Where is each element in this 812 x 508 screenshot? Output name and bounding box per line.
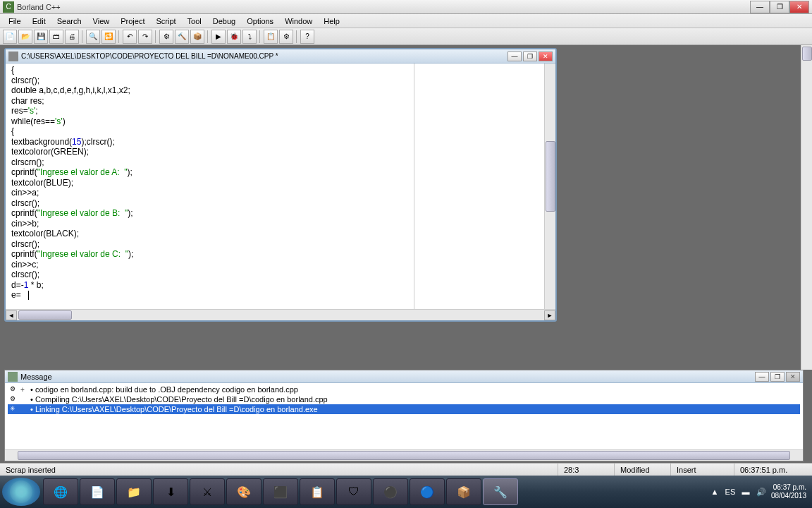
code-line[interactable]: cin>>a; — [11, 188, 408, 198]
taskbar-item[interactable]: 🎨 — [226, 478, 262, 505]
message-body[interactable]: ⚙+• codigo en borland.cpp: build due to … — [5, 383, 803, 449]
scroll-right-arrow[interactable]: ► — [544, 310, 555, 320]
compile-button[interactable]: ⚙ — [159, 30, 173, 44]
tray-network-icon[interactable]: ▬ — [740, 486, 751, 497]
code-line[interactable]: clrscr(); — [11, 75, 408, 86]
print-button[interactable]: 🖨 — [65, 30, 79, 44]
menu-debug[interactable]: Debug — [207, 16, 241, 27]
open-button[interactable]: 📂 — [18, 30, 32, 44]
code-line[interactable]: d=-1 * b; — [11, 280, 408, 291]
message-horizontal-scrollbar[interactable] — [5, 449, 803, 461]
code-line[interactable]: cprintf("Ingrese el valor de C: "); — [11, 249, 408, 260]
project-button[interactable]: 📋 — [264, 30, 278, 44]
menu-help[interactable]: Help — [318, 16, 345, 27]
editor-horizontal-scrollbar[interactable]: ◄ ► — [6, 309, 555, 320]
taskbar-item[interactable]: ⚔ — [190, 478, 225, 505]
message-titlebar[interactable]: Message — ❐ ✕ — [5, 370, 803, 383]
help-button[interactable]: ? — [300, 30, 314, 44]
message-maximize-button[interactable]: ❐ — [770, 372, 785, 382]
code-line[interactable]: { — [11, 65, 408, 75]
menu-script[interactable]: Script — [150, 16, 181, 27]
scrollbar-thumb[interactable] — [546, 141, 555, 212]
taskbar-item[interactable]: 📦 — [446, 478, 481, 505]
code-line[interactable]: clrscr(); — [11, 198, 408, 209]
tray-lang[interactable]: ES — [725, 486, 736, 497]
expand-icon[interactable]: + — [20, 386, 27, 394]
saveall-button[interactable]: 🗃 — [49, 30, 63, 44]
code-line[interactable]: char res; — [11, 96, 408, 107]
replace-button[interactable]: 🔁 — [102, 30, 116, 44]
taskbar-item[interactable]: 🔵 — [410, 478, 445, 505]
editor-minimize-button[interactable]: — — [508, 52, 522, 61]
menu-view[interactable]: View — [87, 16, 116, 27]
tray-flag-icon[interactable]: ▲ — [709, 486, 720, 497]
debug-button[interactable]: 🐞 — [227, 30, 241, 44]
run-button[interactable]: ▶ — [211, 30, 226, 44]
scrollbar-thumb[interactable] — [802, 47, 812, 61]
menu-options[interactable]: Options — [241, 16, 279, 27]
tray-clock[interactable]: 06:37 p.m. 08/04/2013 — [771, 483, 806, 500]
message-line[interactable]: ⚙+• codigo en borland.cpp: build due to … — [8, 385, 800, 394]
menu-edit[interactable]: Edit — [27, 16, 51, 27]
menu-window[interactable]: Window — [279, 16, 318, 27]
taskbar-item[interactable]: 🛡 — [336, 478, 371, 505]
code-line[interactable]: cprintf("Ingrese el valor de B: "); — [11, 208, 408, 219]
code-line[interactable]: textcolor(BLUE); — [11, 178, 408, 188]
menu-project[interactable]: Project — [115, 16, 150, 27]
code-line[interactable]: clrscr(); — [11, 270, 408, 280]
close-button[interactable]: ✕ — [789, 1, 809, 13]
taskbar-item[interactable]: 📁 — [116, 478, 152, 505]
options-button[interactable]: ⚙ — [279, 30, 293, 44]
scrollbar-thumb[interactable] — [18, 451, 790, 460]
menu-file[interactable]: File — [3, 16, 27, 27]
taskbar-item[interactable]: 📋 — [300, 478, 335, 505]
taskbar-item[interactable]: 🌐 — [43, 478, 78, 505]
taskbar-item[interactable]: ⚫ — [373, 478, 408, 505]
code-line[interactable]: textcoloror(GREEN); — [11, 147, 408, 157]
step-button[interactable]: ⤵ — [242, 30, 257, 44]
system-tray[interactable]: ▲ ES ▬ 🔊 06:37 p.m. 08/04/2013 — [703, 483, 812, 500]
message-close-button[interactable]: ✕ — [786, 372, 800, 382]
redo-button[interactable]: ↷ — [138, 30, 152, 44]
undo-button[interactable]: ↶ — [123, 30, 137, 44]
code-line[interactable]: cin>>c; — [11, 260, 408, 270]
menu-search[interactable]: Search — [51, 16, 87, 27]
scroll-left-arrow[interactable]: ◄ — [6, 310, 17, 320]
code-line[interactable]: textcolor(BLACK); — [11, 229, 408, 239]
code-area[interactable]: {clrscr();double a,b,c,d,e,f,g,h,i,k,l,x… — [6, 64, 414, 309]
workspace-vertical-scrollbar[interactable] — [801, 45, 812, 370]
build-button[interactable]: 🔨 — [175, 30, 189, 44]
code-line[interactable]: cprintf("Ingrese el valor de A: "); — [11, 167, 408, 178]
minimize-button[interactable]: — — [750, 1, 770, 13]
taskbar-item[interactable]: ⬇ — [153, 478, 188, 505]
maximize-button[interactable]: ❐ — [770, 1, 789, 13]
editor-maximize-button[interactable]: ❐ — [523, 52, 537, 61]
find-button[interactable]: 🔍 — [86, 30, 100, 44]
message-minimize-button[interactable]: — — [755, 372, 769, 382]
code-line[interactable]: res='s'; — [11, 106, 408, 116]
message-line[interactable]: ⚙ • Compiling C:\Users\AXEL\Desktop\CODE… — [8, 394, 800, 404]
code-line[interactable]: clrscr(); — [11, 239, 408, 250]
toolbar-separator — [296, 30, 297, 43]
editor-vertical-scrollbar[interactable] — [544, 64, 555, 309]
code-line[interactable]: clrscrn(); — [11, 157, 408, 168]
code-line[interactable]: { — [11, 126, 408, 137]
code-line[interactable]: textbackground(15);clrscr(); — [11, 137, 408, 147]
message-line[interactable]: ✳ • Linking C:\Users\AXEL\Desktop\CODE\P… — [8, 404, 800, 414]
editor-close-button[interactable]: ✕ — [539, 52, 553, 61]
taskbar-item[interactable]: ⬛ — [263, 478, 298, 505]
save-button[interactable]: 💾 — [34, 30, 48, 44]
editor-titlebar[interactable]: C:\USERS\AXEL\DESKTOP\CODE\PROYECTO DEL … — [6, 49, 555, 64]
tray-volume-icon[interactable]: 🔊 — [756, 486, 767, 497]
scrollbar-thumb[interactable] — [18, 310, 72, 320]
taskbar-item[interactable]: 📄 — [80, 478, 115, 505]
code-line[interactable]: e= — [11, 290, 408, 301]
start-button[interactable] — [2, 478, 40, 506]
new-button[interactable]: 📄 — [3, 30, 17, 44]
code-line[interactable]: double a,b,c,d,e,f,g,h,i,k,l,x1,x2; — [11, 85, 408, 96]
code-line[interactable]: while(res=='s') — [11, 116, 408, 127]
taskbar-item[interactable]: 🔧 — [483, 478, 518, 505]
code-line[interactable]: cin>>b; — [11, 219, 408, 229]
make-button[interactable]: 📦 — [190, 30, 204, 44]
menu-tool[interactable]: Tool — [182, 16, 207, 27]
